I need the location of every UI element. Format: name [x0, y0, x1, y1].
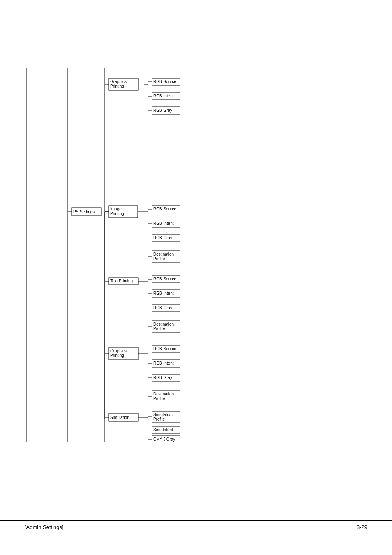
svg-text:Simulation: Simulation [153, 412, 173, 417]
svg-text:Profile: Profile [153, 417, 165, 421]
svg-text:Destination: Destination [153, 392, 174, 396]
svg-text:PS Settings: PS Settings [73, 210, 95, 214]
tree-diagram: text { font-family: Arial, sans-serif; f… [23, 68, 286, 442]
svg-text:Image: Image [110, 207, 122, 211]
svg-text:RGB Source: RGB Source [153, 347, 177, 351]
svg-text:Sim. Intent: Sim. Intent [153, 428, 173, 432]
svg-text:RGB Intent: RGB Intent [153, 361, 174, 365]
footer-right: 3-29 [357, 524, 367, 530]
svg-text:RGB Intent: RGB Intent [153, 221, 174, 226]
svg-text:RGB Source: RGB Source [153, 277, 177, 281]
svg-text:Destination: Destination [153, 252, 174, 257]
svg-text:RGB Gray: RGB Gray [153, 375, 172, 380]
svg-text:Text Printing: Text Printing [110, 279, 133, 283]
svg-text:Graphics: Graphics [110, 349, 127, 353]
svg-text:Simulation: Simulation [110, 415, 129, 420]
svg-text:Printing: Printing [110, 211, 124, 216]
svg-text:RGB Intent: RGB Intent [153, 291, 174, 296]
svg-text:Graphics: Graphics [110, 79, 127, 84]
svg-text:Printing: Printing [110, 84, 124, 88]
svg-text:RGB Gray: RGB Gray [153, 236, 172, 240]
footer-left: [Admin Settings] [25, 524, 64, 530]
svg-text:Profile: Profile [153, 326, 165, 331]
svg-text:Profile: Profile [153, 396, 165, 401]
svg-text:RGB Source: RGB Source [153, 207, 177, 211]
svg-text:Printing: Printing [110, 353, 124, 358]
svg-text:RGB Gray: RGB Gray [153, 305, 172, 310]
svg-text:RGB Intent: RGB Intent [153, 94, 174, 98]
svg-text:Profile: Profile [153, 257, 165, 261]
svg-text:RGB Source: RGB Source [153, 79, 177, 84]
svg-text:Destination: Destination [153, 322, 174, 326]
svg-text:CMYK Gray: CMYK Gray [153, 437, 175, 442]
svg-text:RGB Gray: RGB Gray [153, 108, 172, 113]
footer: [Admin Settings] 3-29 [0, 520, 392, 530]
